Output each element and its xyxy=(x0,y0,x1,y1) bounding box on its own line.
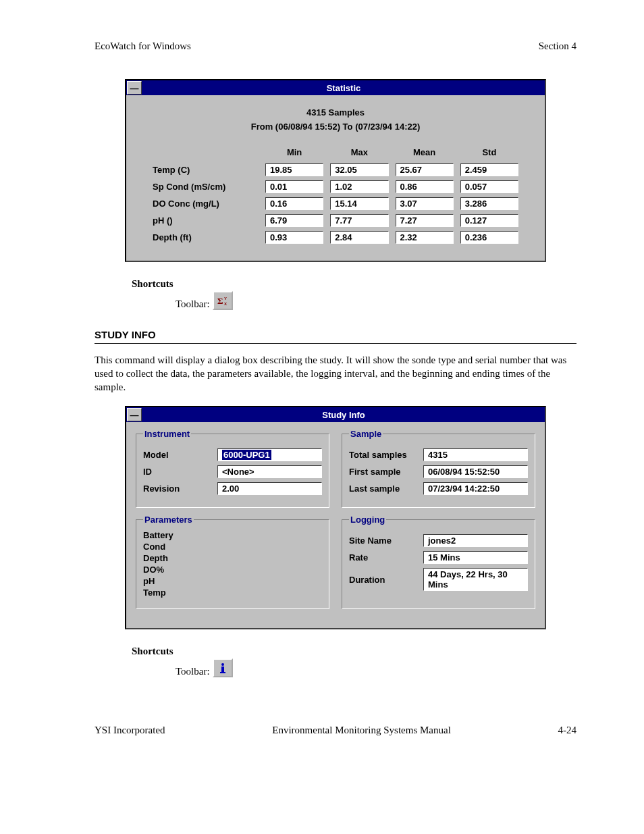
col-max: Max xyxy=(329,147,389,160)
cell: 0.127 xyxy=(460,214,518,227)
shortcuts-heading: Shortcuts xyxy=(132,278,576,290)
cell: 7.77 xyxy=(330,214,388,227)
study-info-heading: STUDY INFO xyxy=(95,329,576,340)
system-menu-icon[interactable]: — xyxy=(127,408,142,421)
cell: 2.459 xyxy=(460,163,518,176)
row-label: DO Conc (mg/L) xyxy=(152,197,259,211)
toolbar-label: Toolbar: xyxy=(176,298,210,310)
cell: 0.93 xyxy=(265,231,323,244)
row-label: Sp Cond (mS/cm) xyxy=(152,180,259,194)
duration-value: 44 Days, 22 Hrs, 30 Mins xyxy=(423,568,528,591)
list-item: pH xyxy=(143,576,322,588)
study-info-text: This command will display a dialog box d… xyxy=(95,353,576,394)
section-rule xyxy=(95,343,576,344)
statistic-titlebar: — Statistic xyxy=(126,80,545,95)
cell: 3.286 xyxy=(460,197,518,210)
footer-left: YSI Incorporated xyxy=(95,725,165,736)
svg-text:X: X xyxy=(224,302,227,306)
statistic-dialog: — Statistic 4315 Samples From (06/08/94 … xyxy=(125,79,546,262)
cell: 0.86 xyxy=(396,180,454,193)
parameters-legend: Parameters xyxy=(143,515,194,525)
site-name-value: jones2 xyxy=(423,534,528,547)
sample-legend: Sample xyxy=(349,429,383,439)
list-item: DO% xyxy=(143,565,322,576)
duration-label: Duration xyxy=(349,575,423,585)
shortcuts-heading: Shortcuts xyxy=(132,646,576,657)
cell: 1.02 xyxy=(330,180,388,193)
id-value: <None> xyxy=(217,465,322,478)
logging-group: Logging Site Name jones2 Rate 15 Mins Du… xyxy=(342,515,535,609)
revision-label: Revision xyxy=(143,484,217,494)
table-row: DO Conc (mg/L) 0.16 15.14 3.07 3.286 xyxy=(152,197,519,211)
header-left: EcoWatch for Windows xyxy=(95,41,191,52)
sample-count: 4315 Samples xyxy=(146,106,525,120)
study-info-dialog: — Study Info Instrument Model 6000-UPG1 … xyxy=(125,406,546,629)
first-sample-label: First sample xyxy=(349,467,423,477)
svg-rect-4 xyxy=(221,667,224,672)
svg-text:Σ: Σ xyxy=(217,296,223,306)
svg-point-3 xyxy=(221,663,224,666)
statistic-title: Statistic xyxy=(142,83,545,93)
row-label: Depth (ft) xyxy=(152,230,259,244)
sample-range: From (06/08/94 15:52) To (07/23/94 14:22… xyxy=(146,120,525,134)
header-right: Section 4 xyxy=(539,41,576,52)
info-toolbar-icon[interactable] xyxy=(213,658,233,677)
id-label: ID xyxy=(143,467,217,477)
row-label: Temp (C) xyxy=(152,163,259,177)
col-min: Min xyxy=(265,147,324,160)
first-sample-value: 06/08/94 15:52:50 xyxy=(423,465,528,478)
revision-value: 2.00 xyxy=(217,482,322,495)
rate-value: 15 Mins xyxy=(423,551,528,564)
list-item: Temp xyxy=(143,588,322,599)
logging-legend: Logging xyxy=(349,515,386,525)
cell: 0.057 xyxy=(460,180,518,193)
sample-group: Sample Total samples 4315 First sample 0… xyxy=(342,429,535,508)
study-info-title: Study Info xyxy=(142,410,545,420)
table-row: pH () 6.79 7.77 7.27 0.127 xyxy=(152,213,519,228)
svg-text:Y: Y xyxy=(224,296,227,301)
toolbar-label: Toolbar: xyxy=(176,666,210,677)
cell: 6.79 xyxy=(265,214,323,227)
site-name-label: Site Name xyxy=(349,536,423,546)
row-label: pH () xyxy=(152,213,259,228)
parameters-group: Parameters Battery Cond Depth DO% pH Tem… xyxy=(136,515,329,609)
col-std: Std xyxy=(460,147,519,160)
table-row: Temp (C) 19.85 32.05 25.67 2.459 xyxy=(152,163,519,177)
instrument-legend: Instrument xyxy=(143,429,191,439)
cell: 15.14 xyxy=(330,197,388,210)
list-item: Battery xyxy=(143,530,322,542)
total-samples-value: 4315 xyxy=(423,448,528,461)
cell: 19.85 xyxy=(265,163,323,176)
cell: 0.16 xyxy=(265,197,323,210)
list-item: Depth xyxy=(143,553,322,565)
stats-toolbar-icon[interactable]: Σ Y X xyxy=(213,291,233,310)
table-row: Depth (ft) 0.93 2.84 2.32 0.236 xyxy=(152,230,519,244)
footer-right: 4-24 xyxy=(558,725,576,736)
svg-rect-5 xyxy=(220,672,225,673)
cell: 0.01 xyxy=(265,180,323,193)
cell: 2.84 xyxy=(330,231,388,244)
model-label: Model xyxy=(143,450,217,460)
table-row: Sp Cond (mS/cm) 0.01 1.02 0.86 0.057 xyxy=(152,180,519,194)
total-samples-label: Total samples xyxy=(349,450,423,460)
cell: 32.05 xyxy=(330,163,388,176)
cell: 25.67 xyxy=(396,163,454,176)
cell: 3.07 xyxy=(396,197,454,210)
cell: 0.236 xyxy=(460,231,518,244)
last-sample-label: Last sample xyxy=(349,484,423,494)
model-value: 6000-UPG1 xyxy=(217,448,322,461)
list-item: Cond xyxy=(143,542,322,553)
cell: 2.32 xyxy=(396,231,454,244)
col-mean: Mean xyxy=(395,147,454,160)
instrument-group: Instrument Model 6000-UPG1 ID <None> Rev… xyxy=(136,429,329,508)
rate-label: Rate xyxy=(349,552,423,563)
study-info-titlebar: — Study Info xyxy=(126,407,545,422)
footer-center: Environmental Monitoring Systems Manual xyxy=(272,725,451,736)
system-menu-icon[interactable]: — xyxy=(127,81,142,95)
statistic-table: Min Max Mean Std Temp (C) 19.85 32.05 25… xyxy=(146,144,525,247)
cell: 7.27 xyxy=(396,214,454,227)
last-sample-value: 07/23/94 14:22:50 xyxy=(423,482,528,495)
